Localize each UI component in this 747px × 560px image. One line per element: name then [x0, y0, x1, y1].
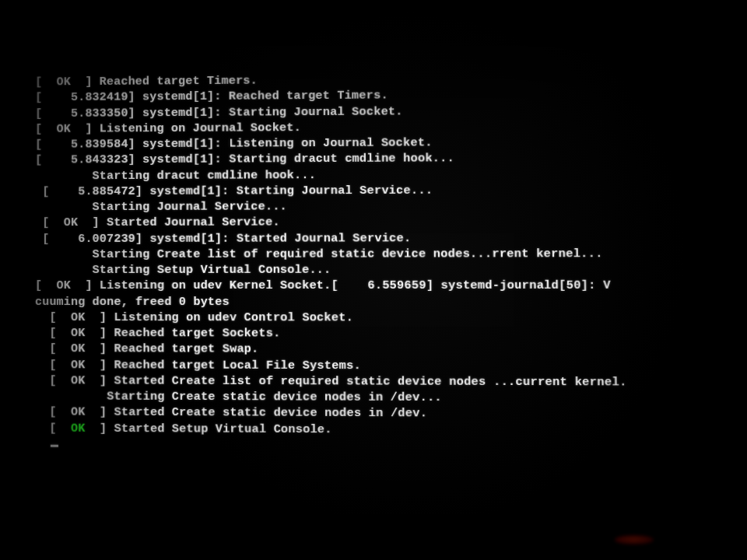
boot-line: Starting Create list of required static … [35, 246, 747, 263]
boot-line: [ 6.007239] systemd[1]: Started Journal … [35, 230, 747, 247]
boot-line: [ OK ] Reached target Local File Systems… [35, 358, 747, 376]
boot-log: [ OK ] Reached target Timers.[ 5.832419]… [35, 70, 747, 440]
boot-line: [ OK ] Listening on udev Control Socket. [35, 310, 747, 327]
boot-line: [ OK ] Started Setup Virtual Console. [35, 421, 747, 440]
status-ok: OK [71, 311, 85, 324]
boot-line: Starting Journal Service... [35, 198, 747, 216]
status-ok: OK [71, 422, 86, 435]
status-ok: OK [71, 359, 85, 372]
status-ok: OK [57, 75, 71, 89]
status-ok: OK [71, 406, 86, 419]
boot-line: [ OK ] Started Journal Service. [35, 214, 747, 232]
boot-line: [ 5.885472] systemd[1]: Starting Journal… [35, 182, 747, 200]
console-screen: [ OK ] Reached target Timers.[ 5.832419]… [35, 70, 747, 520]
cursor-line [35, 436, 747, 456]
status-ok: OK [64, 216, 78, 229]
power-led [615, 535, 654, 544]
status-ok: OK [71, 327, 85, 340]
boot-line: cuuming done, freed 0 bytes [35, 294, 747, 310]
boot-line: [ OK ] Listening on udev Kernel Socket.[… [35, 278, 747, 295]
status-ok: OK [71, 342, 85, 355]
status-ok: OK [71, 374, 85, 387]
monitor-photo: [ OK ] Reached target Timers.[ 5.832419]… [0, 0, 747, 560]
status-ok: OK [57, 122, 71, 135]
boot-line: Starting Setup Virtual Console... [35, 262, 747, 278]
boot-line: [ OK ] Started Create list of required s… [35, 373, 747, 391]
boot-line: [ OK ] Reached target Swap. [35, 341, 747, 359]
boot-line: [ OK ] Reached target Sockets. [35, 326, 747, 343]
text-cursor [51, 444, 58, 446]
